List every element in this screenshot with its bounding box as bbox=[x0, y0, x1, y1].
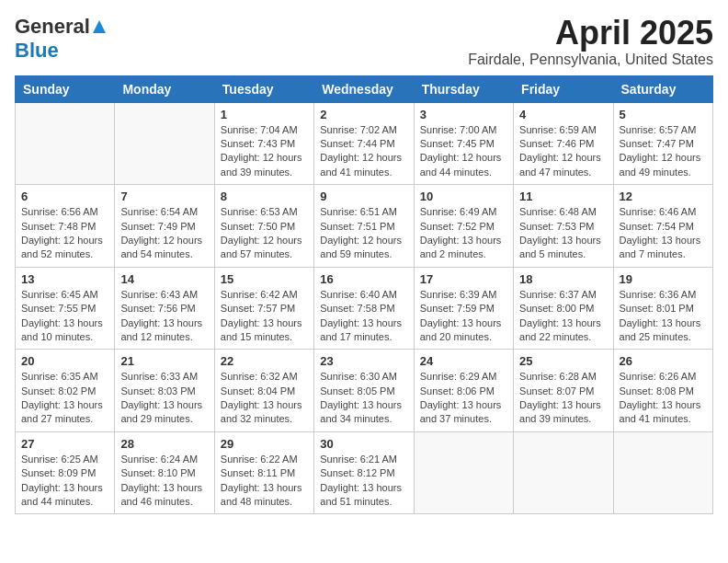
title-area: April 2025 Fairdale, Pennsylvania, Unite… bbox=[468, 15, 713, 68]
calendar-week-row: 20Sunrise: 6:35 AM Sunset: 8:02 PM Dayli… bbox=[16, 350, 713, 432]
logo-blue-text: Blue bbox=[15, 39, 59, 62]
calendar-cell: 11Sunrise: 6:48 AM Sunset: 7:53 PM Dayli… bbox=[514, 185, 613, 268]
day-info: Sunrise: 6:49 AM Sunset: 7:52 PM Dayligh… bbox=[420, 205, 507, 262]
day-info: Sunrise: 6:26 AM Sunset: 8:08 PM Dayligh… bbox=[620, 370, 707, 427]
day-info: Sunrise: 6:21 AM Sunset: 8:12 PM Dayligh… bbox=[320, 453, 407, 510]
day-info: Sunrise: 6:48 AM Sunset: 7:53 PM Dayligh… bbox=[519, 205, 607, 262]
calendar-cell: 8Sunrise: 6:53 AM Sunset: 7:50 PM Daylig… bbox=[214, 185, 313, 268]
calendar-cell bbox=[16, 102, 115, 185]
calendar-cell: 27Sunrise: 6:25 AM Sunset: 8:09 PM Dayli… bbox=[16, 431, 115, 514]
calendar-cell bbox=[115, 102, 214, 185]
calendar-cell: 23Sunrise: 6:30 AM Sunset: 8:05 PM Dayli… bbox=[314, 350, 414, 432]
weekday-header-thursday: Thursday bbox=[414, 75, 513, 102]
day-number: 6 bbox=[21, 190, 108, 203]
day-number: 2 bbox=[320, 108, 407, 121]
calendar-subtitle: Fairdale, Pennsylvania, United States bbox=[468, 52, 713, 68]
day-info: Sunrise: 7:04 AM Sunset: 7:43 PM Dayligh… bbox=[221, 123, 308, 180]
day-number: 21 bbox=[120, 354, 208, 368]
weekday-header-sunday: Sunday bbox=[16, 75, 115, 102]
calendar-cell: 17Sunrise: 6:39 AM Sunset: 7:59 PM Dayli… bbox=[414, 267, 513, 350]
calendar-cell: 7Sunrise: 6:54 AM Sunset: 7:49 PM Daylig… bbox=[115, 185, 214, 268]
day-info: Sunrise: 6:30 AM Sunset: 8:05 PM Dayligh… bbox=[320, 370, 407, 427]
calendar-cell bbox=[613, 431, 712, 514]
weekday-header-saturday: Saturday bbox=[613, 75, 712, 102]
calendar-cell: 4Sunrise: 6:59 AM Sunset: 7:46 PM Daylig… bbox=[514, 102, 613, 185]
day-info: Sunrise: 6:35 AM Sunset: 8:02 PM Dayligh… bbox=[21, 370, 108, 427]
calendar-cell: 2Sunrise: 7:02 AM Sunset: 7:44 PM Daylig… bbox=[314, 102, 414, 185]
day-number: 27 bbox=[21, 437, 108, 451]
calendar-title: April 2025 bbox=[468, 15, 713, 52]
day-number: 15 bbox=[221, 272, 308, 286]
day-number: 23 bbox=[320, 354, 407, 368]
page-header: General Blue April 2025 Fairdale, Pennsy… bbox=[15, 15, 713, 68]
day-info: Sunrise: 6:51 AM Sunset: 7:51 PM Dayligh… bbox=[320, 205, 407, 262]
day-info: Sunrise: 6:53 AM Sunset: 7:50 PM Dayligh… bbox=[221, 205, 308, 262]
day-info: Sunrise: 7:00 AM Sunset: 7:45 PM Dayligh… bbox=[420, 123, 507, 180]
day-number: 22 bbox=[221, 354, 308, 368]
day-info: Sunrise: 6:43 AM Sunset: 7:56 PM Dayligh… bbox=[120, 288, 208, 345]
calendar-cell: 10Sunrise: 6:49 AM Sunset: 7:52 PM Dayli… bbox=[414, 185, 513, 268]
logo-general-text: General bbox=[15, 15, 90, 39]
day-number: 20 bbox=[21, 354, 108, 368]
day-number: 8 bbox=[221, 190, 308, 203]
calendar-cell bbox=[414, 431, 513, 514]
logo: General Blue bbox=[15, 15, 108, 63]
day-number: 25 bbox=[519, 354, 607, 368]
day-info: Sunrise: 6:25 AM Sunset: 8:09 PM Dayligh… bbox=[21, 453, 108, 510]
day-info: Sunrise: 6:22 AM Sunset: 8:11 PM Dayligh… bbox=[221, 453, 308, 510]
calendar-cell: 19Sunrise: 6:36 AM Sunset: 8:01 PM Dayli… bbox=[613, 267, 712, 350]
weekday-header-friday: Friday bbox=[514, 75, 613, 102]
svg-marker-0 bbox=[93, 20, 106, 33]
day-number: 16 bbox=[320, 272, 407, 286]
weekday-header-row: SundayMondayTuesdayWednesdayThursdayFrid… bbox=[16, 75, 713, 102]
calendar-cell bbox=[514, 431, 613, 514]
day-info: Sunrise: 6:29 AM Sunset: 8:06 PM Dayligh… bbox=[420, 370, 507, 427]
weekday-header-monday: Monday bbox=[115, 75, 214, 102]
day-number: 14 bbox=[120, 272, 208, 286]
day-info: Sunrise: 6:24 AM Sunset: 8:10 PM Dayligh… bbox=[120, 453, 208, 510]
day-info: Sunrise: 6:57 AM Sunset: 7:47 PM Dayligh… bbox=[620, 123, 707, 180]
calendar-cell: 21Sunrise: 6:33 AM Sunset: 8:03 PM Dayli… bbox=[115, 350, 214, 432]
calendar-cell: 9Sunrise: 6:51 AM Sunset: 7:51 PM Daylig… bbox=[314, 185, 414, 268]
day-info: Sunrise: 6:37 AM Sunset: 8:00 PM Dayligh… bbox=[519, 288, 607, 345]
calendar-week-row: 1Sunrise: 7:04 AM Sunset: 7:43 PM Daylig… bbox=[16, 102, 713, 185]
day-number: 12 bbox=[620, 190, 707, 203]
day-number: 11 bbox=[519, 190, 607, 203]
calendar-cell: 20Sunrise: 6:35 AM Sunset: 8:02 PM Dayli… bbox=[16, 350, 115, 432]
calendar-cell: 28Sunrise: 6:24 AM Sunset: 8:10 PM Dayli… bbox=[115, 431, 214, 514]
day-info: Sunrise: 6:42 AM Sunset: 7:57 PM Dayligh… bbox=[221, 288, 308, 345]
day-number: 5 bbox=[620, 108, 707, 121]
calendar-week-row: 6Sunrise: 6:56 AM Sunset: 7:48 PM Daylig… bbox=[16, 185, 713, 268]
calendar-week-row: 27Sunrise: 6:25 AM Sunset: 8:09 PM Dayli… bbox=[16, 431, 713, 514]
day-info: Sunrise: 6:33 AM Sunset: 8:03 PM Dayligh… bbox=[120, 370, 208, 427]
day-number: 29 bbox=[221, 437, 308, 451]
logo-triangle-icon bbox=[91, 18, 108, 35]
day-number: 10 bbox=[420, 190, 507, 203]
calendar-cell: 30Sunrise: 6:21 AM Sunset: 8:12 PM Dayli… bbox=[314, 431, 414, 514]
calendar-week-row: 13Sunrise: 6:45 AM Sunset: 7:55 PM Dayli… bbox=[16, 267, 713, 350]
calendar-cell: 24Sunrise: 6:29 AM Sunset: 8:06 PM Dayli… bbox=[414, 350, 513, 432]
day-number: 4 bbox=[519, 108, 607, 121]
calendar-cell: 26Sunrise: 6:26 AM Sunset: 8:08 PM Dayli… bbox=[613, 350, 712, 432]
calendar-cell: 18Sunrise: 6:37 AM Sunset: 8:00 PM Dayli… bbox=[514, 267, 613, 350]
day-info: Sunrise: 7:02 AM Sunset: 7:44 PM Dayligh… bbox=[320, 123, 407, 180]
calendar-cell: 13Sunrise: 6:45 AM Sunset: 7:55 PM Dayli… bbox=[16, 267, 115, 350]
day-number: 26 bbox=[620, 354, 707, 368]
day-info: Sunrise: 6:40 AM Sunset: 7:58 PM Dayligh… bbox=[320, 288, 407, 345]
day-number: 1 bbox=[221, 108, 308, 121]
calendar-cell: 1Sunrise: 7:04 AM Sunset: 7:43 PM Daylig… bbox=[214, 102, 313, 185]
day-number: 28 bbox=[120, 437, 208, 451]
day-number: 19 bbox=[620, 272, 707, 286]
day-number: 13 bbox=[21, 272, 108, 286]
day-info: Sunrise: 6:32 AM Sunset: 8:04 PM Dayligh… bbox=[221, 370, 308, 427]
calendar-cell: 22Sunrise: 6:32 AM Sunset: 8:04 PM Dayli… bbox=[214, 350, 313, 432]
day-info: Sunrise: 6:46 AM Sunset: 7:54 PM Dayligh… bbox=[620, 205, 707, 262]
day-number: 17 bbox=[420, 272, 507, 286]
day-info: Sunrise: 6:59 AM Sunset: 7:46 PM Dayligh… bbox=[519, 123, 607, 180]
day-info: Sunrise: 6:45 AM Sunset: 7:55 PM Dayligh… bbox=[21, 288, 108, 345]
calendar-cell: 29Sunrise: 6:22 AM Sunset: 8:11 PM Dayli… bbox=[214, 431, 313, 514]
calendar-table: SundayMondayTuesdayWednesdayThursdayFrid… bbox=[15, 75, 713, 515]
day-info: Sunrise: 6:54 AM Sunset: 7:49 PM Dayligh… bbox=[120, 205, 208, 262]
day-info: Sunrise: 6:39 AM Sunset: 7:59 PM Dayligh… bbox=[420, 288, 507, 345]
day-number: 9 bbox=[320, 190, 407, 203]
